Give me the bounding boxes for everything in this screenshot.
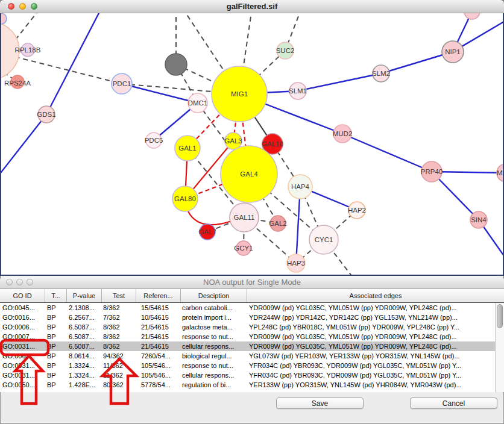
- cell-reference: 21/54615: [136, 322, 181, 332]
- cell-description: cellular respons...: [181, 341, 247, 351]
- cell-description: biological regul...: [181, 351, 247, 361]
- table-row[interactable]: GO:0007...BP6.5087...8/36221/54615respon…: [0, 332, 495, 341]
- network-canvas[interactable]: RPL18BRPS24AGDS1PDC1DMC1MIG1SUC2SLM1SLM2…: [0, 13, 504, 276]
- cell-type: BP: [45, 380, 67, 390]
- cell-associated-edges: YPL248C (pd) YBR018C, YML051W (pp) YDR00…: [247, 322, 495, 332]
- network-edge: [342, 134, 432, 172]
- cell-type: BP: [45, 341, 67, 351]
- table-row[interactable]: GO:0031...BP6.5087...8/36221/54615cellul…: [0, 341, 495, 351]
- node-PDC1[interactable]: [112, 73, 132, 94]
- network-edge: [432, 172, 504, 173]
- node-RPL18B[interactable]: [21, 43, 34, 57]
- application-window: galFiltered.sif RPL18BRPS24AGDS1PDC1DMC1…: [0, 0, 504, 424]
- node-GCY1[interactable]: [236, 241, 251, 255]
- node-GDS1[interactable]: [38, 106, 55, 123]
- scrollbar-thumb[interactable]: [497, 304, 503, 328]
- table-row[interactable]: GO:0006...BP6.5087...8/36221/54615galact…: [0, 322, 495, 332]
- node-HAP4[interactable]: [288, 175, 312, 199]
- node-GAL2[interactable]: [270, 216, 286, 231]
- cell-description: cellular respons...: [181, 370, 247, 380]
- table-row[interactable]: GO:0050...BP1.428E...80/3625778/54...reg…: [0, 380, 495, 390]
- column-header-t-[interactable]: T...: [45, 289, 67, 302]
- noa-titlebar[interactable]: NOA output for Single Mode: [0, 276, 504, 289]
- cell-reference: 105/546...: [136, 361, 181, 370]
- cell-go-id: GO:0031...: [0, 341, 45, 351]
- window-titlebar[interactable]: galFiltered.sif: [0, 0, 504, 13]
- cell-p-value: 6.5087...: [67, 322, 102, 332]
- scrollbar-track[interactable]: [495, 303, 504, 392]
- node-NIP1[interactable]: [442, 41, 464, 63]
- cancel-button[interactable]: Cancel: [410, 398, 497, 409]
- column-header-associated-edges[interactable]: Associated edges: [247, 289, 504, 302]
- network-edge: [298, 73, 381, 91]
- node-GAL3[interactable]: [225, 132, 242, 149]
- node-GAL80[interactable]: [172, 186, 198, 211]
- cell-reference: 21/54615: [136, 341, 181, 351]
- cell-p-value: 1.3324...: [67, 370, 102, 380]
- network-graph[interactable]: RPL18BRPS24AGDS1PDC1DMC1MIG1SUC2SLM1SLM2…: [0, 13, 504, 276]
- column-header-p-value[interactable]: P-value: [67, 289, 102, 302]
- column-header-go-id[interactable]: GO ID: [0, 289, 45, 302]
- cell-associated-edges: YDR009W (pd) YGL035C, YML051W (pp) YDR00…: [247, 341, 495, 351]
- network-edge: [188, 211, 232, 225]
- table-row[interactable]: GO:0045...BP2.1308...8/36215/54615carbon…: [0, 303, 495, 313]
- window-title: galFiltered.sif: [0, 0, 504, 13]
- cell-associated-edges: YDR244W (pp) YDR142C, YDR142C (pp) YGL15…: [247, 313, 495, 322]
- cell-reference: 5778/54...: [136, 380, 181, 390]
- cell-description: response to nut...: [181, 361, 247, 370]
- column-header-referen-[interactable]: Referen...: [136, 289, 181, 302]
- cell-test: 8/362: [102, 341, 136, 351]
- cell-p-value: 8.0614...: [67, 351, 102, 361]
- node-SIN4[interactable]: [470, 211, 487, 228]
- node-bigpink[interactable]: [0, 22, 19, 80]
- cell-test: 11/362: [102, 361, 136, 370]
- node-SLM1[interactable]: [289, 83, 306, 99]
- node-DMC1[interactable]: [188, 93, 207, 113]
- table-row[interactable]: GO:0031...BP1.3324...11/362105/546...cel…: [0, 370, 495, 380]
- node-GAL11[interactable]: [230, 203, 259, 232]
- cell-type: BP: [45, 313, 67, 322]
- cell-reference: 105/546...: [136, 370, 181, 380]
- cell-description: protein import i...: [181, 313, 247, 322]
- cell-test: 8/362: [102, 332, 136, 341]
- node-GAL7[interactable]: [200, 224, 215, 240]
- column-header-test[interactable]: Test: [102, 289, 136, 302]
- table-body: GO:0045...BP2.1308...8/36215/54615carbon…: [0, 303, 495, 392]
- table-row[interactable]: GO:0016...BP6.2567...7/36210/54615protei…: [0, 313, 495, 322]
- column-header-desciption[interactable]: Desciption: [181, 289, 247, 302]
- node-graynode[interactable]: [165, 54, 187, 75]
- cell-p-value: 1.3324...: [67, 361, 102, 370]
- node-HAP3[interactable]: [287, 254, 305, 272]
- cell-p-value: 6.5087...: [67, 332, 102, 341]
- node-MSL1[interactable]: [497, 164, 504, 182]
- node-SLM2[interactable]: [373, 65, 389, 82]
- cell-description: regulation of bi...: [181, 380, 247, 390]
- noa-window-title: NOA output for Single Mode: [0, 276, 504, 289]
- node-GAL4[interactable]: [221, 146, 277, 202]
- cell-description: galactose meta...: [181, 322, 247, 332]
- node-CYC1[interactable]: [309, 225, 338, 254]
- node-GAL1[interactable]: [175, 136, 200, 161]
- node-PRP40[interactable]: [421, 161, 442, 182]
- table-row[interactable]: GO:0065...BP8.0614...94/3627260/54...bio…: [0, 351, 495, 361]
- cell-go-id: GO:0007...: [0, 332, 45, 341]
- cell-reference: 7260/54...: [136, 351, 181, 361]
- node-SUC2[interactable]: [277, 42, 294, 59]
- save-button[interactable]: Save: [276, 398, 364, 409]
- node-MIG1[interactable]: [212, 66, 267, 122]
- cell-associated-edges: YGL073W (pd) YER103W, YER133W (pp) YOR31…: [247, 351, 495, 361]
- node-HAP2[interactable]: [348, 202, 365, 219]
- cell-test: 8/362: [102, 322, 136, 332]
- table-row[interactable]: GO:0031...BP1.3324...11/362105/546...res…: [0, 361, 495, 370]
- node-PDC5[interactable]: [146, 132, 162, 148]
- table-header-row: GO IDT...P-valueTestReferen...Desciption…: [0, 289, 504, 303]
- cell-reference: 10/54615: [136, 313, 181, 322]
- node-cornernode[interactable]: [0, 13, 7, 24]
- node-topright[interactable]: [464, 13, 480, 19]
- cell-test: 80/362: [102, 380, 136, 390]
- cell-go-id: GO:0045...: [0, 303, 45, 313]
- node-MUD2[interactable]: [333, 125, 351, 143]
- cell-p-value: 6.2567...: [67, 313, 102, 322]
- node-RPS24A[interactable]: [11, 75, 24, 89]
- cell-go-id: GO:0006...: [0, 322, 45, 332]
